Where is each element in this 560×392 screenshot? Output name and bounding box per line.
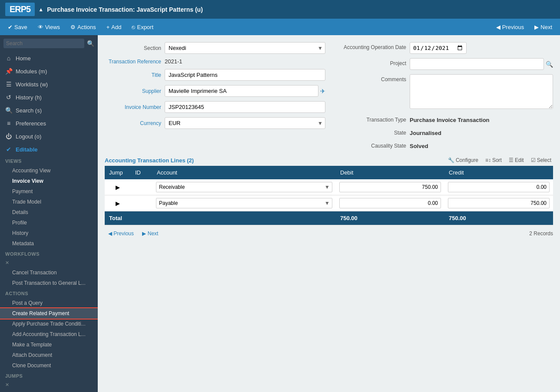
sidebar-item-payment[interactable]: Payment [0,186,98,197]
sidebar-item-history[interactable]: ↺ History (h) [0,91,98,104]
sidebar-item-accounting-view[interactable]: Accounting View [0,165,98,176]
jump-cell-1[interactable]: ▶ [105,179,131,195]
debit-cell-1 [336,179,444,195]
sort-button[interactable]: ≡↕ Sort [484,156,504,164]
next-button[interactable]: ▶ Next [530,21,557,33]
sidebar-item-preferences[interactable]: ≡ Preferences [0,117,98,130]
col-credit: Credit [444,166,553,179]
previous-button[interactable]: ◀ Previous [492,21,529,33]
sidebar-item-apply-purchase[interactable]: Apply Purchase Trade Conditi... [0,319,98,329]
invoice-number-input[interactable] [165,101,325,113]
search-icon[interactable]: 🔍 [87,40,94,47]
credit-cell-2 [444,195,553,211]
account-select-1[interactable]: Receivable [156,182,332,192]
accounting-date-input[interactable] [410,42,467,54]
section-select[interactable]: Nexedi [165,42,325,54]
sidebar-item-profile[interactable]: Profile [0,217,98,228]
sidebar-item-create-related-payment[interactable]: Create Related Payment [0,308,98,319]
col-debit: Debit [336,166,444,179]
state-label: State [332,128,406,136]
select-icon: ☑ [531,157,536,163]
project-input[interactable] [410,58,544,70]
jumps-section-label: JUMPS [0,371,98,380]
select-button[interactable]: ☑ Select [529,156,553,164]
sidebar-item-post-query[interactable]: Post a Query [0,298,98,308]
debit-input-1[interactable] [339,182,441,192]
title-field-row: Title [105,69,325,81]
topbar-arrow: ▲ [38,7,43,13]
sidebar-item-details[interactable]: Details [0,207,98,217]
supplier-row: ✈ [165,85,325,97]
export-button[interactable]: ⎋ Export [127,21,158,33]
sidebar-item-logout[interactable]: ⏻ Logout (o) [0,130,98,143]
sidebar-item-search[interactable]: 🔍 Search (s) [0,104,98,117]
supplier-link-icon[interactable]: ✈ [320,88,325,95]
sidebar-item-trade-model[interactable]: Trade Model [0,197,98,207]
id-cell-2 [131,195,152,211]
sidebar-item-worklists[interactable]: ☰ Worklists (w) [0,78,98,91]
account-select-wrapper-1: Receivable ▼ [156,182,332,192]
sidebar-editable[interactable]: ✔ Editable [0,143,98,156]
sidebar-item-add-accounting[interactable]: Add Accounting Transaction L... [0,329,98,339]
configure-button[interactable]: 🔧 Configure [446,156,480,164]
sidebar-item-invoice-view[interactable]: Invoice View [0,176,98,186]
credit-input-1[interactable] [448,182,550,192]
form-left: Section Nexedi ▼ Transaction Reference 2… [105,42,325,149]
currency-select[interactable]: EUR [165,117,325,129]
title-input[interactable] [165,69,325,81]
save-button[interactable]: ✔ Save [3,21,32,33]
sidebar-item-documents[interactable]: Documents [0,389,98,392]
lines-section-title: Accounting Transaction Lines (2) [105,157,194,164]
sidebar-item-attach-document[interactable]: Attach Document [0,350,98,360]
causality-state-value: Solved [410,141,428,149]
sidebar-item-make-template[interactable]: Make a Template [0,339,98,350]
table-row: ▶ Payable ▼ [105,195,553,211]
sidebar-item-home[interactable]: ⌂ Home [0,52,98,65]
export-icon: ⎋ [132,24,135,30]
edit-button[interactable]: ☰ Edit [507,156,526,164]
sidebar-item-post-transaction[interactable]: Post Transaction to General L... [0,278,98,288]
history-icon: ↺ [5,94,12,101]
table-total-row: Total 750.00 750.00 [105,211,553,225]
accounting-date-label: Accounting Operation Date [332,42,406,50]
transaction-ref-label: Transaction Reference [105,59,161,65]
sidebar-item-modules[interactable]: 📌 Modules (m) [0,65,98,78]
search-input[interactable] [3,39,84,48]
currency-select-wrapper: EUR ▼ [165,117,325,129]
debit-cell-2 [336,195,444,211]
table-previous-button[interactable]: ◀ Previous [105,229,137,238]
credit-input-2[interactable] [448,198,550,208]
sidebar-item-cancel-transaction[interactable]: Cancel Transaction [0,267,98,278]
table-next-button[interactable]: ▶ Next [139,229,162,238]
project-field-row: Project 🔍 [332,58,553,70]
pagination-controls: ◀ Previous ▶ Next [105,229,162,238]
total-credit: 750.00 [444,211,553,225]
comments-textarea[interactable] [410,74,553,109]
next-icon: ▶ [534,24,539,30]
add-button[interactable]: + Add [102,21,126,33]
sidebar-item-history-view[interactable]: History [0,228,98,238]
accounting-date-field-row: Accounting Operation Date [332,42,553,54]
views-button[interactable]: 👁 Views [33,21,64,33]
state-value: Journalised [410,128,441,136]
debit-input-2[interactable] [339,198,441,208]
records-count: 2 Records [529,231,553,237]
sidebar-item-clone-document[interactable]: Clone Document [0,360,98,371]
project-search-icon[interactable]: 🔍 [546,61,553,68]
id-cell-1 [131,179,152,195]
sidebar-item-metadata[interactable]: Metadata [0,238,98,249]
top-bar: ERP5 ▲ Purchase Invoice Transaction: Jav… [0,0,560,19]
credit-cell-1 [444,179,553,195]
section-field-row: Section Nexedi ▼ [105,42,325,54]
topbar-title: Purchase Invoice Transaction: JavaScript… [47,6,203,13]
account-select-wrapper-2: Payable ▼ [156,198,332,208]
preferences-icon: ≡ [5,120,12,127]
transaction-ref-value: 2021-1 [165,58,325,65]
actions-button[interactable]: ⚙ Actions [66,21,100,33]
accounting-date-value [410,42,553,54]
account-select-2[interactable]: Payable [156,198,332,208]
transaction-type-field-row: Transaction Type Purchase Invoice Transa… [332,115,553,123]
invoice-number-field-row: Invoice Number [105,101,325,113]
jump-cell-2[interactable]: ▶ [105,195,131,211]
supplier-input[interactable] [165,85,318,97]
